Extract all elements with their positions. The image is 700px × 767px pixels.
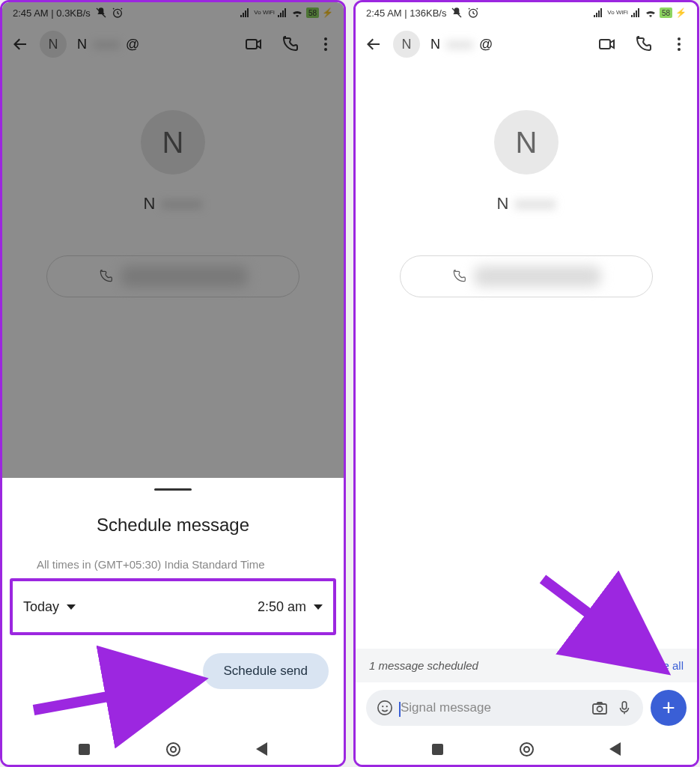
nav-recent-icon[interactable]	[79, 744, 90, 755]
wifi-icon	[645, 8, 657, 17]
signal2-icon	[278, 8, 288, 17]
status-left: 2:45 AM | 0.3KB/s	[13, 7, 124, 19]
alarm-icon	[112, 7, 124, 19]
status-right: Vo WiFi 58 ⚡	[594, 7, 687, 18]
sheet-handle-icon[interactable]	[154, 488, 192, 491]
nav-back-icon[interactable]	[256, 742, 267, 756]
wifi-icon	[291, 8, 303, 17]
mic-icon[interactable]	[616, 700, 633, 716]
voice-call-icon[interactable]	[281, 35, 299, 53]
battery-badge: 58	[306, 7, 319, 18]
svg-rect-12	[622, 702, 627, 709]
signal2-icon	[631, 8, 642, 17]
nav-recent-icon[interactable]	[432, 744, 443, 755]
contact-name: N xxxxx	[497, 194, 556, 213]
contact-name-header[interactable]: N xxxx @	[430, 37, 588, 52]
chat-header: N N xxxx @	[356, 23, 697, 65]
mute-icon	[451, 7, 463, 19]
chat-header: N N xxxx @	[2, 23, 344, 65]
charging-icon: ⚡	[675, 7, 687, 18]
annotation-arrow	[34, 669, 213, 721]
name-blurred-large: xxxxx	[161, 194, 202, 213]
nav-home-icon[interactable]	[520, 742, 534, 757]
schedule-send-button[interactable]: Schedule send	[203, 653, 329, 689]
svg-point-7	[378, 701, 392, 715]
avatar-large[interactable]: N	[494, 110, 559, 175]
status-right: Vo WiFi 58 ⚡	[240, 7, 333, 18]
svg-point-9	[386, 706, 388, 707]
phone-left-screenshot: 2:45 AM | 0.3KB/s Vo WiFi 58 ⚡ N N xxxx …	[0, 0, 346, 767]
nav-back-icon[interactable]	[609, 742, 621, 756]
status-bar: 2:45 AM | 0.3KB/s Vo WiFi 58 ⚡	[2, 2, 344, 23]
sheet-title: Schedule message	[2, 515, 344, 536]
text-cursor	[399, 702, 401, 717]
vowifi-label: Vo WiFi	[254, 10, 275, 16]
video-call-icon[interactable]	[245, 35, 263, 53]
voice-call-icon[interactable]	[634, 35, 652, 53]
phone-number-pill[interactable]	[46, 255, 299, 297]
status-bar: 2:45 AM | 136KB/s Vo WiFi 58 ⚡	[356, 2, 697, 23]
more-options-icon[interactable]	[670, 35, 688, 53]
phone-right-screenshot: 2:45 AM | 136KB/s Vo WiFi 58 ⚡ N N xxxx …	[353, 0, 699, 767]
signal-icon	[594, 8, 604, 17]
name-blurred: xxxx	[446, 37, 473, 52]
phone-icon	[451, 269, 466, 284]
message-input-pill[interactable]: Signal message	[366, 690, 643, 726]
svg-rect-2	[246, 40, 257, 49]
contact-name: N xxxxx	[144, 194, 203, 213]
chevron-down-icon	[314, 604, 323, 610]
battery-badge: 58	[660, 7, 672, 18]
phone-icon	[98, 269, 113, 284]
contact-name-header[interactable]: N xxxx @	[77, 37, 234, 52]
date-dropdown[interactable]: Today	[23, 599, 76, 615]
plus-icon: +	[662, 697, 675, 719]
chevron-down-icon	[67, 604, 76, 610]
back-icon[interactable]	[365, 35, 383, 53]
svg-point-8	[382, 706, 383, 707]
camera-icon[interactable]	[591, 699, 609, 717]
name-blurred: xxxx	[93, 37, 120, 52]
avatar-small[interactable]: N	[393, 31, 420, 58]
message-input[interactable]: Signal message	[401, 700, 583, 715]
system-nav-bar	[2, 733, 344, 765]
emoji-icon[interactable]	[377, 700, 393, 716]
timezone-note: All times in (GMT+05:30) India Standard …	[2, 557, 344, 572]
signal-icon	[240, 8, 251, 17]
status-left: 2:45 AM | 136KB/s	[366, 7, 479, 19]
svg-rect-10	[593, 704, 606, 714]
phone-number-pill[interactable]	[400, 255, 653, 297]
annotation-arrow	[543, 579, 685, 691]
svg-line-3	[34, 680, 198, 710]
avatar-small[interactable]: N	[40, 31, 67, 58]
status-time-kbs: 2:45 AM | 0.3KB/s	[13, 7, 91, 19]
time-dropdown[interactable]: 2:50 am	[258, 599, 323, 615]
add-button[interactable]: +	[651, 690, 687, 726]
video-call-icon[interactable]	[598, 35, 616, 53]
svg-rect-6	[600, 40, 610, 49]
contact-info-section: N N xxxxx	[2, 65, 344, 297]
more-options-icon[interactable]	[317, 35, 335, 53]
scheduled-count-text: 1 message scheduled	[369, 659, 478, 672]
date-time-selector-highlighted: Today 2:50 am	[10, 578, 336, 635]
svg-point-11	[597, 706, 603, 712]
alarm-icon	[467, 7, 479, 19]
phone-number-blurred	[121, 266, 248, 287]
back-icon[interactable]	[11, 35, 29, 53]
mute-icon	[95, 7, 107, 19]
system-nav-bar	[356, 733, 697, 765]
vowifi-label: Vo WiFi	[607, 10, 628, 16]
status-time-kbs: 2:45 AM | 136KB/s	[366, 7, 446, 19]
name-blurred-large: xxxxx	[514, 194, 556, 213]
svg-line-13	[543, 579, 663, 669]
avatar-large[interactable]: N	[141, 110, 205, 175]
contact-info-section: N N xxxxx	[356, 65, 697, 297]
phone-number-blurred	[474, 266, 601, 287]
nav-home-icon[interactable]	[166, 742, 180, 757]
charging-icon: ⚡	[322, 7, 333, 18]
